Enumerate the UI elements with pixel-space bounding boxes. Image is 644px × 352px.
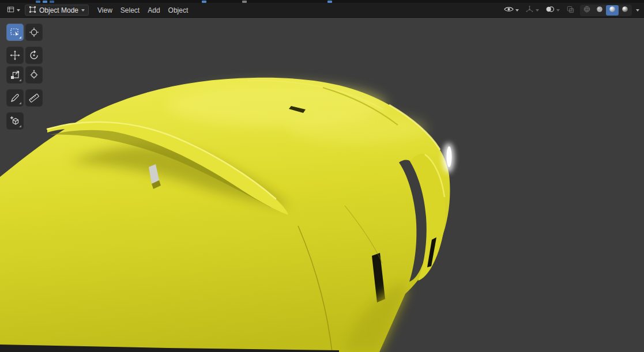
header-menus: View Select Add Object bbox=[93, 5, 192, 16]
clipped-icon bbox=[43, 1, 47, 3]
object-visibility-dropdown[interactable] bbox=[503, 5, 520, 15]
tool-move[interactable] bbox=[7, 47, 23, 63]
chevron-down-icon bbox=[81, 9, 85, 12]
menu-select[interactable]: Select bbox=[116, 5, 144, 16]
tool-add-cube[interactable] bbox=[7, 113, 23, 129]
solid-sphere-icon bbox=[596, 5, 604, 15]
shading-solid-button[interactable] bbox=[593, 5, 606, 16]
tool-rotate[interactable] bbox=[26, 47, 42, 63]
viewport-shading-group bbox=[580, 5, 632, 16]
xray-toggle-icon bbox=[566, 5, 575, 16]
rendered-sphere-icon bbox=[621, 5, 629, 15]
tool-transform[interactable] bbox=[26, 67, 42, 83]
viewport-scene bbox=[0, 18, 644, 352]
menu-object[interactable]: Object bbox=[164, 5, 193, 16]
menu-view[interactable]: View bbox=[93, 5, 116, 16]
tool-scale[interactable] bbox=[7, 67, 23, 83]
eye-icon bbox=[504, 6, 514, 14]
material-sphere-icon bbox=[608, 5, 616, 15]
tool-cursor[interactable] bbox=[26, 24, 42, 40]
chevron-down-icon bbox=[515, 9, 519, 12]
overlays-dropdown[interactable] bbox=[544, 5, 561, 16]
editor-type-button[interactable] bbox=[5, 4, 22, 17]
shading-rendered-button[interactable] bbox=[619, 5, 631, 16]
gizmos-dropdown[interactable] bbox=[524, 5, 540, 16]
chevron-down-icon bbox=[556, 9, 560, 12]
chevron-down-icon bbox=[17, 9, 20, 12]
shading-options-chevron[interactable] bbox=[636, 9, 639, 12]
header-right-controls bbox=[503, 5, 639, 16]
clipped-icon bbox=[50, 1, 54, 3]
overlays-icon bbox=[545, 5, 555, 15]
chevron-down-icon bbox=[536, 9, 539, 12]
object-mode-icon bbox=[29, 6, 36, 15]
car-headlight bbox=[443, 143, 454, 173]
clipped-icon bbox=[202, 1, 206, 3]
tool-measure[interactable] bbox=[26, 90, 42, 106]
shading-material-preview-button[interactable] bbox=[606, 5, 619, 16]
mode-dropdown[interactable]: Object Mode bbox=[25, 5, 89, 16]
clipped-icon bbox=[242, 1, 247, 3]
window-top-clipped bbox=[0, 0, 644, 3]
tool-shelf bbox=[7, 24, 42, 133]
menu-add[interactable]: Add bbox=[144, 5, 164, 16]
shading-wireframe-button[interactable] bbox=[581, 5, 593, 16]
wireframe-sphere-icon bbox=[583, 5, 591, 15]
xray-toggle[interactable] bbox=[565, 5, 576, 16]
gizmo-icon bbox=[525, 5, 534, 16]
tool-annotate[interactable] bbox=[7, 90, 23, 106]
mode-dropdown-value: Object Mode bbox=[39, 6, 78, 14]
editor-type-icon bbox=[6, 5, 15, 16]
tool-select-box[interactable] bbox=[7, 24, 23, 40]
clipped-icon bbox=[327, 1, 332, 3]
viewport-header: Object Mode View Select Add Object bbox=[0, 3, 644, 18]
clipped-icon bbox=[36, 1, 40, 3]
3d-viewport[interactable] bbox=[0, 18, 644, 352]
